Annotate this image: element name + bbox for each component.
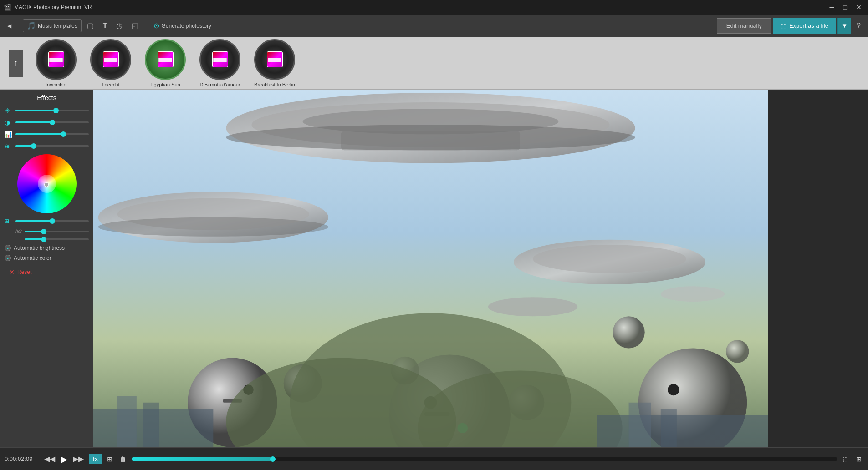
contrast-icon: ◑ <box>5 119 13 126</box>
back-button[interactable]: ◀ <box>4 21 15 31</box>
toolbar-right: Edit manually ⬚ Export as a file ▼ ? <box>717 18 864 34</box>
timeline-thumb[interactable] <box>270 456 276 462</box>
square-icon: ▢ <box>87 21 94 30</box>
scene-svg <box>93 90 768 447</box>
reset-area[interactable]: ✕ Reset <box>5 265 89 279</box>
storyboard-button[interactable]: ⊞ <box>105 454 114 465</box>
app-title: MAGIX Photostory Premium VR <box>14 4 92 10</box>
screenshot-button[interactable]: ⬚ <box>841 454 851 465</box>
music-templates-label: Music templates <box>38 23 77 29</box>
brightness-thumb[interactable] <box>53 108 59 113</box>
saturation-fill <box>15 133 63 135</box>
music-icon: 🎵 <box>27 21 36 30</box>
clock-button[interactable]: ◷ <box>112 20 126 32</box>
music-item-5[interactable]: Breakfast In Berlin <box>254 39 295 87</box>
titlebar-left: 🎬 MAGIX Photostory Premium VR <box>4 4 92 11</box>
hdr2-thumb[interactable] <box>41 237 46 242</box>
play-button[interactable]: ▶ <box>61 454 67 465</box>
saturation-icon: 📊 <box>5 131 13 138</box>
export-dropdown-button[interactable]: ▼ <box>837 18 851 34</box>
extra1-icon: ⊞ <box>5 218 13 224</box>
music-templates-area: ↑ InvincibleI need itEgyptian SunDes mot… <box>0 37 868 90</box>
square-button[interactable]: ▢ <box>83 20 97 32</box>
contrast-row: ◑ <box>5 119 89 126</box>
disc-1 <box>36 39 77 80</box>
trim-button[interactable]: ◱ <box>128 20 142 32</box>
trash-button[interactable]: 🗑 <box>118 454 128 465</box>
right-panel <box>768 90 868 447</box>
chevron-down-icon: ▼ <box>842 22 848 29</box>
extra1-slider[interactable] <box>15 220 89 222</box>
music-name-4: Des mots d'amour <box>200 82 240 87</box>
sharpness-row: ≋ <box>5 142 89 150</box>
export-icon: ⬚ <box>781 22 786 30</box>
toolbar: ◀ 🎵 Music templates ▢ T ◷ ◱ ⊙ Generate p… <box>0 15 868 37</box>
video-area <box>93 90 768 447</box>
music-item-3[interactable]: Egyptian Sun <box>145 39 186 87</box>
auto-color-item[interactable]: ● Automatic color <box>5 255 89 261</box>
sharpness-icon: ≋ <box>5 142 13 150</box>
brightness-icon: ☀ <box>5 107 13 114</box>
auto-brightness-item[interactable]: ● Automatic brightness <box>5 245 89 251</box>
saturation-thumb[interactable] <box>61 131 66 137</box>
forward-button[interactable]: ▶▶ <box>71 453 86 465</box>
music-item-2[interactable]: I need it <box>90 39 131 87</box>
svg-point-12 <box>661 286 725 302</box>
generate-button[interactable]: ⊙ Generate photostory <box>150 20 214 32</box>
minimize-button[interactable]: ─ <box>827 3 837 12</box>
auto-section: ● Automatic brightness ● Automatic color <box>5 245 89 261</box>
extra1-fill <box>15 220 52 222</box>
contrast-thumb[interactable] <box>50 120 55 125</box>
timeline[interactable] <box>132 457 837 461</box>
hdr2-slider[interactable] <box>25 238 89 240</box>
auto-brightness-checkbox[interactable]: ● <box>5 245 11 251</box>
maximize-button[interactable]: □ <box>841 3 850 12</box>
svg-rect-32 <box>143 403 159 447</box>
hdr1-row: hdr <box>5 229 89 234</box>
svg-point-8 <box>98 217 328 237</box>
color-wheel[interactable] <box>17 154 77 213</box>
sharpness-thumb[interactable] <box>31 143 36 149</box>
grid-button[interactable]: ⊞ <box>854 454 863 465</box>
arrow-up-icon: ↑ <box>14 58 18 68</box>
storyboard-icon: ⊞ <box>107 455 112 463</box>
disc-inner-1 <box>48 51 64 67</box>
rewind-button[interactable]: ◀◀ <box>42 453 57 465</box>
titlebar-controls: ─ □ ✕ <box>827 3 864 12</box>
svg-rect-31 <box>117 396 137 447</box>
disc-label-1 <box>49 58 63 62</box>
brightness-slider[interactable] <box>15 110 89 111</box>
auto-brightness-label: Automatic brightness <box>14 245 65 251</box>
contrast-slider[interactable] <box>15 121 89 123</box>
svg-point-24 <box>613 316 645 348</box>
main-area: Effects ☀ ◑ 📊 ≋ <box>0 90 868 447</box>
titlebar: 🎬 MAGIX Photostory Premium VR ─ □ ✕ <box>0 0 868 15</box>
music-item-1[interactable]: Invincible <box>36 39 77 87</box>
fx-button[interactable]: fx <box>89 454 102 464</box>
saturation-slider[interactable] <box>15 133 89 135</box>
disc-label-5 <box>268 58 281 62</box>
export-button[interactable]: ⬚ Export as a file <box>773 18 836 34</box>
clock-icon: ◷ <box>116 21 123 30</box>
extra1-thumb[interactable] <box>50 218 55 224</box>
hdr1-slider[interactable] <box>25 231 89 232</box>
text-button[interactable]: T <box>99 20 111 32</box>
sharpness-slider[interactable] <box>15 145 89 147</box>
close-button[interactable]: ✕ <box>853 3 864 12</box>
extra1-row: ⊞ <box>5 218 89 224</box>
scroll-up-button[interactable]: ↑ <box>9 50 23 77</box>
edit-manually-button[interactable]: Edit manually <box>717 18 771 34</box>
music-name-2: I need it <box>102 82 119 87</box>
help-button[interactable]: ? <box>853 20 864 32</box>
disc-inner-2 <box>103 51 119 67</box>
svg-point-10 <box>533 245 686 273</box>
brightness-fill <box>15 110 56 111</box>
hdr1-thumb[interactable] <box>41 229 46 234</box>
svg-point-21 <box>668 384 679 395</box>
music-item-4[interactable]: Des mots d'amour <box>199 39 240 87</box>
music-templates-button[interactable]: 🎵 Music templates <box>23 19 82 32</box>
contrast-fill <box>15 121 52 123</box>
svg-rect-5 <box>341 131 520 150</box>
grid-icon: ⊞ <box>856 455 862 463</box>
auto-color-checkbox[interactable]: ● <box>5 255 11 261</box>
